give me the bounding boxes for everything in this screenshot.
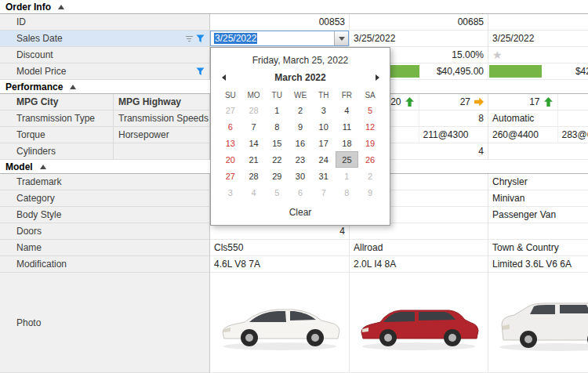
car-photo-town-and-country: [491, 292, 588, 354]
calendar-day[interactable]: 30: [289, 168, 312, 184]
calendar-day[interactable]: 7: [242, 118, 266, 135]
calendar-day[interactable]: 7: [312, 184, 336, 201]
cell-modification-col2[interactable]: 2.0L I4 8A: [349, 256, 488, 273]
calendar-clear-button[interactable]: Clear: [211, 201, 390, 225]
cell-name-col1[interactable]: Cls550: [210, 240, 349, 256]
calendar-weekday-label: WE: [289, 88, 312, 102]
calendar-day[interactable]: 1: [265, 102, 289, 118]
dropdown-button[interactable]: [334, 31, 348, 45]
cell-modification-col3[interactable]: Limited 3.6L V6 6A: [488, 256, 588, 273]
calendar-day[interactable]: 12: [358, 118, 382, 135]
calendar-day[interactable]: 29: [265, 168, 289, 184]
calendar-day[interactable]: 10: [312, 118, 336, 135]
car-photo-allroad: [352, 292, 485, 354]
cell-id-col2[interactable]: 00685: [349, 14, 488, 31]
calendar-day[interactable]: 16: [289, 135, 312, 151]
cell-modification-col1[interactable]: 4.6L V8 7A: [210, 256, 349, 273]
cell-name-col2[interactable]: Allroad: [349, 240, 488, 256]
calendar-day[interactable]: 19: [358, 135, 382, 151]
row-header-discount[interactable]: Discount: [0, 47, 210, 63]
calendar-day[interactable]: 23: [289, 151, 312, 168]
calendar-day-selected[interactable]: 25: [336, 151, 359, 168]
sales-date-editor[interactable]: 3/25/2022: [210, 31, 349, 46]
calendar-day[interactable]: 2: [358, 168, 382, 184]
calendar-day[interactable]: 9: [358, 184, 382, 201]
calendar-day[interactable]: 14: [242, 135, 266, 151]
calendar-day[interactable]: 4: [242, 184, 266, 201]
calendar-day[interactable]: 18: [336, 135, 359, 151]
calendar-day[interactable]: 21: [242, 151, 266, 168]
calendar-day[interactable]: 13: [219, 135, 242, 151]
row-header-mpg-city[interactable]: MPG City: [0, 94, 114, 110]
calendar-day[interactable]: 8: [265, 118, 289, 135]
calendar-day[interactable]: 27: [219, 102, 242, 118]
calendar-day[interactable]: 9: [289, 118, 312, 135]
calendar-day[interactable]: 2: [289, 102, 312, 118]
cell-trademark-col3[interactable]: Chrysler: [488, 174, 588, 190]
cell-doors-col2[interactable]: [349, 223, 488, 240]
calendar-next-month-button[interactable]: [372, 74, 382, 81]
calendar-day[interactable]: 6: [289, 184, 312, 201]
row-header-photo[interactable]: Photo: [0, 273, 210, 373]
filter-funnel-icon[interactable]: [196, 34, 205, 43]
calendar-day[interactable]: 5: [265, 184, 289, 201]
calendar-day[interactable]: 1: [336, 168, 359, 184]
row-header-name[interactable]: Name: [0, 240, 210, 256]
row-header-mpg-highway[interactable]: MPG Highway: [114, 94, 210, 110]
car-photo-cls550: [213, 292, 347, 354]
row-header-id[interactable]: ID: [0, 14, 210, 31]
row-header-modification[interactable]: Modification: [0, 256, 210, 273]
row-header-body-style[interactable]: Body Style: [0, 207, 210, 223]
cell-name-col3[interactable]: Town & Country: [488, 240, 588, 256]
row-header-cylinders[interactable]: Cylinders: [0, 143, 114, 160]
cell-photo-col3[interactable]: [488, 273, 588, 373]
cell-photo-col2[interactable]: [349, 273, 488, 373]
row-header-category[interactable]: Category: [0, 190, 210, 207]
calendar-day[interactable]: 28: [242, 102, 266, 118]
calendar-day[interactable]: 31: [312, 168, 336, 184]
row-modification: Modification 4.6L V8 7A 2.0L I4 8A Limit…: [0, 256, 588, 273]
calendar-day[interactable]: 17: [312, 135, 336, 151]
calendar-day[interactable]: 22: [265, 151, 289, 168]
cell-photo-col1[interactable]: [210, 273, 349, 373]
cell-discount-col3[interactable]: ★: [488, 47, 588, 63]
row-header-sales-date[interactable]: Sales Date: [0, 31, 210, 47]
group-header-order-info[interactable]: Order Info: [0, 0, 588, 14]
row-header-torque[interactable]: Torque: [0, 127, 114, 143]
calendar-day[interactable]: 3: [219, 184, 242, 201]
calendar-day[interactable]: 4: [336, 102, 359, 118]
cell-model-price-col3[interactable]: $42,495.00: [488, 63, 588, 80]
row-header-transmission-type[interactable]: Transmission Type: [0, 110, 114, 127]
calendar-day[interactable]: 28: [242, 168, 266, 184]
calendar-day[interactable]: 27: [219, 168, 242, 184]
cell-mpg-col3[interactable]: 17: [488, 94, 588, 110]
filter-funnel-icon[interactable]: [196, 67, 205, 76]
cell-category-col3[interactable]: Minivan: [488, 190, 588, 207]
filter-menu-icon[interactable]: [185, 36, 193, 42]
cell-transmission-col3[interactable]: Automatic: [488, 110, 588, 127]
cell-id-col1[interactable]: 00853: [210, 14, 349, 31]
calendar-day[interactable]: 11: [336, 118, 359, 135]
row-header-horsepower[interactable]: Horsepower: [114, 127, 210, 143]
calendar-day[interactable]: 5: [358, 102, 382, 118]
cell-body-style-col3[interactable]: Passenger Van: [488, 207, 588, 223]
cell-doors-col3[interactable]: [488, 223, 588, 240]
cell-sales-date-col3[interactable]: 3/25/2022: [488, 31, 588, 47]
calendar-day[interactable]: 15: [265, 135, 289, 151]
row-header-model-price[interactable]: Model Price: [0, 63, 210, 80]
cell-cylinders-col3[interactable]: [488, 143, 588, 160]
cell-sales-date-col2[interactable]: 3/25/2022: [349, 31, 488, 47]
row-header-doors[interactable]: Doors: [0, 223, 210, 240]
cell-id-col3[interactable]: [488, 14, 588, 31]
calendar-day[interactable]: 3: [312, 102, 336, 118]
cell-doors-col1[interactable]: 4: [210, 223, 349, 240]
row-header-trademark[interactable]: Trademark: [0, 174, 210, 190]
calendar-day[interactable]: 6: [219, 118, 242, 135]
calendar-day[interactable]: 26: [358, 151, 382, 168]
row-header-transmission-speeds[interactable]: Transmission Speeds: [114, 110, 210, 127]
cell-torque-col3[interactable]: 260@4400 283@6400: [488, 127, 588, 143]
calendar-day[interactable]: 8: [336, 184, 359, 201]
calendar-day[interactable]: 24: [312, 151, 336, 168]
calendar-day[interactable]: 20: [219, 151, 242, 168]
calendar-prev-month-button[interactable]: [219, 74, 228, 81]
